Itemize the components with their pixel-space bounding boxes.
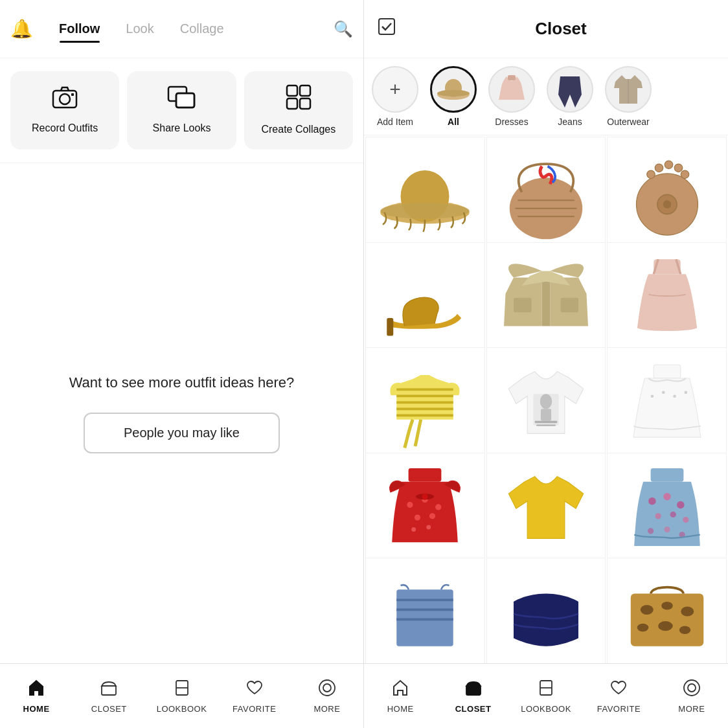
svg-point-74 <box>670 512 676 518</box>
nav-lookbook-left[interactable]: LOOKBOOK <box>145 679 218 714</box>
svg-point-32 <box>665 161 673 169</box>
svg-point-70 <box>648 497 656 505</box>
svg-point-66 <box>427 525 431 530</box>
grid-item-floral-dress[interactable] <box>607 453 727 573</box>
svg-rect-9 <box>300 98 310 109</box>
nav-home-right[interactable]: HOME <box>364 679 437 714</box>
nav-more-left[interactable]: MORE <box>291 679 363 714</box>
svg-rect-51 <box>541 409 551 420</box>
share-looks-card[interactable]: Share Looks <box>127 71 236 150</box>
nav-more-right[interactable]: MORE <box>655 679 728 714</box>
svg-rect-37 <box>387 318 394 336</box>
gallery-icon <box>167 85 196 114</box>
svg-point-76 <box>648 528 654 534</box>
svg-point-86 <box>681 606 694 616</box>
outerwear-category[interactable]: Outerwear <box>602 66 654 127</box>
create-collages-card[interactable]: Create Collages <box>244 71 353 150</box>
svg-point-36 <box>663 201 671 209</box>
grid-item-hat[interactable] <box>365 137 485 256</box>
nav-home-left[interactable]: HOME <box>0 679 73 714</box>
add-item-label: Add Item <box>377 117 413 127</box>
nav-closet-left[interactable]: CLOSET <box>73 679 145 714</box>
home-label-left: HOME <box>23 704 50 714</box>
lookbook-icon-right <box>537 679 555 701</box>
nav-favorite-left[interactable]: FAVORITE <box>218 679 291 714</box>
grid-item-red-dress[interactable] <box>365 453 485 573</box>
outerwear-circle <box>605 66 652 113</box>
people-you-may-like-button[interactable]: People you may like <box>84 413 280 453</box>
nav-favorite-right[interactable]: FAVORITE <box>582 679 655 714</box>
jeans-circle <box>547 66 593 113</box>
more-label-left: MORE <box>313 704 340 714</box>
action-cards: Record Outfits Share Looks <box>0 58 363 163</box>
grid-item-tshirt1[interactable] <box>486 347 606 467</box>
svg-point-89 <box>679 626 690 634</box>
svg-rect-52 <box>535 420 558 422</box>
add-item-category[interactable]: + Add Item <box>369 66 421 127</box>
svg-point-50 <box>540 394 552 409</box>
grid-item-bag1[interactable] <box>486 137 606 256</box>
closet-icon-left <box>100 679 118 701</box>
svg-point-73 <box>655 513 661 519</box>
grid-item-yellow-tshirt[interactable] <box>486 453 606 573</box>
grid-item-striped-top[interactable] <box>365 347 485 467</box>
svg-point-60 <box>407 502 413 508</box>
tab-collage[interactable]: Collage <box>167 16 237 41</box>
svg-point-14 <box>323 684 331 692</box>
grid-item-leopard[interactable] <box>607 558 727 663</box>
all-category[interactable]: All <box>427 66 479 127</box>
heart-icon-left <box>245 679 264 701</box>
svg-point-85 <box>661 602 673 610</box>
tab-follow[interactable]: Follow <box>46 16 113 41</box>
left-bottom-nav: HOME CLOSET LOOKBOOK <box>0 663 363 728</box>
left-main-area: Want to see more outfit ideas here? Peop… <box>0 163 363 663</box>
grid-item-bag2[interactable] <box>607 137 727 256</box>
create-collages-label: Create Collages <box>261 123 336 137</box>
svg-point-63 <box>415 515 420 521</box>
svg-point-34 <box>681 170 689 179</box>
share-looks-label: Share Looks <box>153 122 211 135</box>
left-top-nav: 🔔 Follow Look Collage 🔍 <box>0 0 363 58</box>
home-icon <box>27 679 45 701</box>
checkbox-icon[interactable] <box>377 17 396 41</box>
svg-point-68 <box>422 494 428 499</box>
nav-closet-right[interactable]: CLOSET <box>437 679 509 714</box>
lookbook-label-right: LOOKBOOK <box>521 704 571 714</box>
heart-icon-right <box>609 679 628 701</box>
nav-tabs: Follow Look Collage <box>46 16 334 41</box>
svg-point-75 <box>683 517 688 523</box>
grid-item-white-dress[interactable] <box>607 347 727 467</box>
more-icon-right <box>683 679 701 701</box>
record-outfits-card[interactable]: Record Outfits <box>10 71 119 150</box>
closet-label-left: CLOSET <box>91 704 127 714</box>
grid-item-dress1[interactable] <box>607 242 727 362</box>
svg-point-57 <box>673 394 676 398</box>
search-icon[interactable]: 🔍 <box>334 20 353 38</box>
tab-look[interactable]: Look <box>113 16 166 41</box>
home-icon-right <box>391 679 409 701</box>
svg-point-72 <box>677 501 685 509</box>
svg-rect-4 <box>176 93 194 108</box>
grid-item-jacket[interactable] <box>486 242 606 362</box>
dresses-category[interactable]: Dresses <box>486 66 538 127</box>
dresses-label: Dresses <box>495 117 528 127</box>
record-outfits-label: Record Outfits <box>32 122 98 135</box>
svg-point-31 <box>655 164 663 172</box>
grid-item-blue-top[interactable] <box>365 558 485 663</box>
closet-icon-right <box>464 679 483 701</box>
svg-rect-6 <box>287 85 297 96</box>
all-circle <box>430 66 477 113</box>
svg-rect-39 <box>514 298 532 313</box>
jeans-category[interactable]: Jeans <box>544 66 596 127</box>
bell-icon[interactable]: 🔔 <box>10 18 33 40</box>
svg-point-33 <box>674 164 683 172</box>
svg-rect-19 <box>508 75 516 80</box>
svg-point-88 <box>658 621 673 631</box>
nav-lookbook-right[interactable]: LOOKBOOK <box>510 679 582 714</box>
grid-item-blue-ruffle[interactable] <box>486 558 606 663</box>
svg-rect-83 <box>630 593 703 646</box>
more-label-right: MORE <box>678 704 705 714</box>
grid-item-shoes[interactable] <box>365 242 485 362</box>
dresses-circle <box>488 66 535 113</box>
jeans-label: Jeans <box>558 117 582 127</box>
